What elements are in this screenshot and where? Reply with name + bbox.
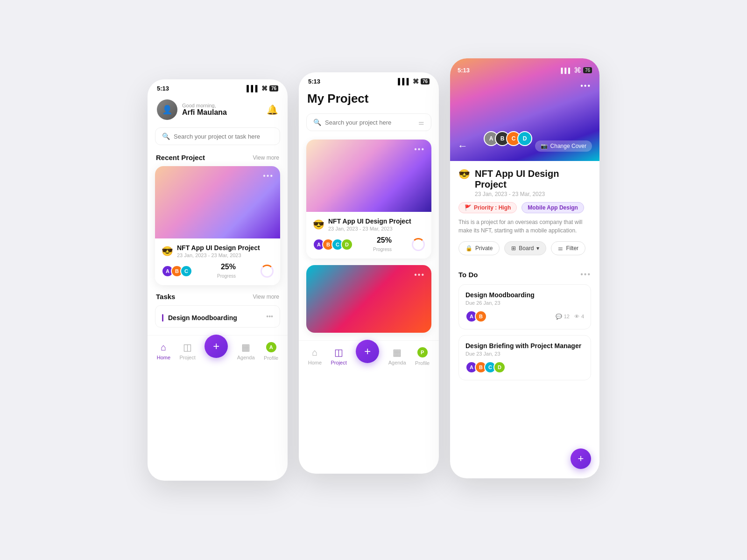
user-name: Arfi Maulana [182,108,227,117]
project-card-2[interactable]: ••• 😎 NFT App UI Design Project 23 Jan, … [306,140,431,259]
notification-icon[interactable]: 🔔 [267,104,278,115]
nav-home-1[interactable]: ⌂ Home [157,342,170,360]
board-button[interactable]: ⊞ Board ▾ [504,241,546,255]
private-label: Private [475,245,493,252]
battery-3: 76 [583,67,592,73]
todo-more-icon[interactable]: ••• [580,270,591,279]
nav-agenda-2[interactable]: ▦ Agenda [388,347,406,365]
todo-avatars-2: A B C D [465,361,506,373]
tasks-label: Tasks [156,293,175,301]
eye-icon: 👁 [574,314,579,319]
nav-profile-1[interactable]: A Profile [264,341,278,361]
progress-ring-1 [261,265,274,278]
project-detail-date: 23 Jan, 2023 - 23 Mar, 2023 [475,191,591,197]
project-name-2: NFT App UI Design Project [328,217,411,225]
flag-icon: 🚩 [465,204,472,211]
search-bar-2[interactable]: 🔍 ⚌ [306,113,431,131]
wifi-icon: ⌘ [261,85,268,92]
avatar: 👤 [157,99,177,120]
todo-due-2: Due 23 Jan, 23 [465,351,584,357]
project-emoji-3: 😎 [458,168,470,180]
project-date-2: 23 Jan, 2023 - 23 Mar, 2023 [328,226,411,231]
cover-avatar-4: D [517,131,532,146]
home-icon-2: ⌂ [312,347,317,358]
private-button[interactable]: 🔒 Private [458,241,500,255]
phone-1: 5:13 ▌▌▌ ⌘ 76 👤 Good morning, Arfi Maula… [148,79,288,481]
signal-icon-2: ▌▌▌ [398,78,411,85]
priority-tag[interactable]: 🚩 Priority : High [458,202,517,213]
avatar-stack-1: A B C [162,265,192,277]
card-more-icon-2[interactable]: ••• [414,145,425,154]
nav-profile-2[interactable]: P Profile [415,346,430,366]
recent-project-label: Recent Project [156,154,205,161]
view-count-val: 4 [581,314,584,319]
time-2: 5:13 [308,78,320,85]
view-more-tasks[interactable]: View more [253,294,279,300]
progress-pct-2: 25% [377,236,392,244]
search-input-1[interactable] [174,133,273,140]
card-icon-name: 😎 NFT App UI Design Project 23 Jan, 2023… [162,244,274,258]
nav-home-2[interactable]: ⌂ Home [308,347,322,365]
page-title-2: My Project [299,88,439,113]
status-icons-3: ▌▌▌ ⌘ 76 [561,66,592,75]
cover-avatars: A B C D [484,131,532,146]
phone-2: 5:13 ▌▌▌ ⌘ 76 My Project 🔍 ⚌ ••• 😎 [299,72,439,474]
search-input-2[interactable] [325,119,415,126]
nav-project-2[interactable]: ◫ Project [331,347,347,365]
project-description: This is a project for an overseas compan… [458,218,591,235]
project-card-1[interactable]: ••• 😎 NFT App UI Design Project 23 Jan, … [155,166,280,285]
home-icon: ⌂ [161,342,166,353]
lock-icon: 🔒 [465,245,472,252]
fab-button-3[interactable]: + [571,448,591,469]
category-tag[interactable]: Mobile App Design [521,202,584,213]
agenda-icon-2: ▦ [393,347,402,358]
board-label: Board [519,245,534,252]
tasks-card: Design Moodboarding ••• [155,305,280,328]
task-accent-bar [162,314,163,322]
todo-meta-2: A B C D [465,361,584,373]
nav-agenda-1[interactable]: ▦ Agenda [237,342,255,360]
filter-button[interactable]: ⚌ Filter [551,241,585,255]
fab-button-2[interactable]: + [356,340,379,363]
back-arrow[interactable]: ← [458,140,468,152]
wifi-icon-2: ⌘ [413,78,419,85]
time-1: 5:13 [157,85,169,92]
member-avatar-2-4: D [341,238,353,251]
nav-project-label-1: Project [180,355,196,360]
user-header: 👤 Good morning, Arfi Maulana 🔔 [148,95,288,127]
agenda-icon: ▦ [241,342,250,353]
status-icons-1: ▌▌▌ ⌘ 76 [247,85,278,92]
profile-avatar-1: A [265,341,277,353]
nav-profile-label-1: Profile [264,355,278,361]
status-bar-2: 5:13 ▌▌▌ ⌘ 76 [299,72,439,88]
nav-home-label-2: Home [308,360,322,365]
filter-icon[interactable]: ⚌ [418,119,424,126]
card-cover-2: ••• [306,140,431,212]
project-card-fire[interactable]: ••• [306,265,431,333]
fab-button-1[interactable]: + [204,335,228,358]
more-icon-3[interactable]: ••• [580,82,591,90]
card-footer-2: A B C D 25% Progress [313,236,425,253]
nav-project-1[interactable]: ◫ Project [180,342,196,360]
avatar-stack-2: A B C D [313,238,353,251]
card-body-2: 😎 NFT App UI Design Project 23 Jan, 2023… [306,212,431,259]
phone-3: 5:13 ▌▌▌ ⌘ 76 ← A B C D [450,58,599,478]
change-cover-label: Change Cover [550,143,586,149]
todo-counts-1: 💬 12 👁 4 [556,314,584,320]
todo-due-1: Due 26 Jan, 23 [465,300,584,306]
change-cover-button[interactable]: 📷 Change Cover [535,140,592,152]
card-more-icon-fire[interactable]: ••• [414,271,425,279]
todo-task-1[interactable]: Design Moodboarding Due 26 Jan, 23 A B 💬… [458,284,591,329]
project-emoji-1: 😎 [162,245,173,257]
view-more-recent[interactable]: View more [253,154,279,161]
card-more-icon[interactable]: ••• [263,172,274,180]
search-bar-1[interactable]: 🔍 [155,127,280,145]
comment-count: 💬 12 [556,314,570,320]
card-footer-1: A B C 25% Progress [162,263,274,280]
greeting-text: Good morning, [182,103,227,108]
signal-icon: ▌▌▌ [247,85,260,92]
progress-label-2: Progress [373,247,392,252]
member-avatar-3: C [180,265,192,277]
task-more-icon[interactable]: ••• [266,313,273,320]
todo-task-2[interactable]: Design Briefing with Project Manager Due… [458,335,591,380]
